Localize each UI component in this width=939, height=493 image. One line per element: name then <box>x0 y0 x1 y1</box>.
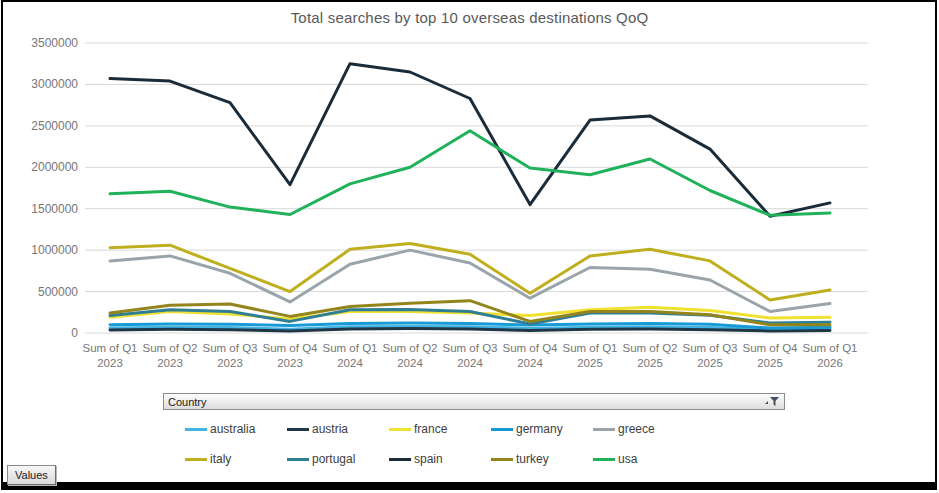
legend-label-usa: usa <box>618 452 637 466</box>
x-axis-tick-label: Sum of Q42023 <box>263 342 319 369</box>
legend-item-usa: usa <box>593 452 695 466</box>
legend-item-austria: austria <box>287 422 389 436</box>
x-axis-tick-label: Sum of Q32024 <box>443 342 498 369</box>
legend-swatch-turkey <box>491 458 513 461</box>
legend-label-australia: australia <box>210 422 255 436</box>
legend-item-germany: germany <box>491 422 593 436</box>
legend-swatch-italy <box>185 458 207 461</box>
values-field-button[interactable]: Values <box>7 465 56 485</box>
x-axis-tick-label: Sum of Q42025 <box>743 342 799 369</box>
legend-item-turkey: turkey <box>491 452 593 466</box>
legend-swatch-australia <box>185 428 207 431</box>
legend-item-greece: greece <box>593 422 695 436</box>
x-axis-tick-label: Sum of Q12023 <box>83 342 138 369</box>
y-axis-tick-label: 500000 <box>38 285 78 299</box>
x-axis-tick-label: Sum of Q22024 <box>383 342 438 369</box>
y-axis-tick-label: 3000000 <box>31 77 78 91</box>
legend-label-france: france <box>414 422 447 436</box>
y-axis-tick-label: 1000000 <box>31 243 78 257</box>
country-filter-button[interactable]: Country <box>163 393 785 410</box>
x-axis-tick-label: Sum of Q32025 <box>683 342 738 369</box>
country-filter-label: Country <box>168 396 207 408</box>
series-line-spain <box>110 64 830 217</box>
legend-swatch-france <box>389 428 411 431</box>
y-axis-tick-label: 0 <box>71 326 78 340</box>
values-field-label: Values <box>15 469 48 481</box>
legend-label-greece: greece <box>618 422 655 436</box>
x-axis-tick-label: Sum of Q32023 <box>203 342 258 369</box>
series-line-austria <box>110 328 830 331</box>
legend-label-spain: spain <box>414 452 443 466</box>
series-line-usa <box>110 131 830 216</box>
x-axis-tick-label: Sum of Q12025 <box>563 342 618 369</box>
y-axis-tick-label: 2000000 <box>31 160 78 174</box>
x-axis-tick-label: Sum of Q12024 <box>323 342 378 369</box>
series-line-greece <box>110 250 830 311</box>
legend-item-italy: italy <box>185 452 287 466</box>
legend-label-italy: italy <box>210 452 231 466</box>
legend-swatch-usa <box>593 458 615 461</box>
legend-item-france: france <box>389 422 491 436</box>
x-axis-tick-label: Sum of Q42024 <box>503 342 559 369</box>
x-axis-tick-label: Sum of Q12026 <box>803 342 858 369</box>
y-axis-tick-label: 1500000 <box>31 202 78 216</box>
legend-swatch-spain <box>389 458 411 461</box>
legend-item-australia: australia <box>185 422 287 436</box>
x-axis-tick-label: Sum of Q22025 <box>623 342 678 369</box>
legend-swatch-portugal <box>287 458 309 461</box>
legend-swatch-austria <box>287 428 309 431</box>
legend-swatch-greece <box>593 428 615 431</box>
legend-label-germany: germany <box>516 422 563 436</box>
legend-label-austria: austria <box>312 422 348 436</box>
y-axis-tick-label: 3500000 <box>31 36 78 50</box>
legend-item-spain: spain <box>389 452 491 466</box>
legend-label-turkey: turkey <box>516 452 549 466</box>
legend-item-portugal: portugal <box>287 452 389 466</box>
x-axis-tick-label: Sum of Q22023 <box>143 342 198 369</box>
chart-plot-area: 0500000100000015000002000000250000030000… <box>0 0 939 385</box>
legend-swatch-germany <box>491 428 513 431</box>
chart-legend-row-2: italyportugalspainturkeyusa <box>185 452 695 466</box>
filter-funnel-icon[interactable] <box>764 397 780 407</box>
legend-label-portugal: portugal <box>312 452 355 466</box>
chart-legend-row-1: australiaaustriafrancegermanygreece <box>185 422 695 436</box>
y-axis-tick-label: 2500000 <box>31 119 78 133</box>
